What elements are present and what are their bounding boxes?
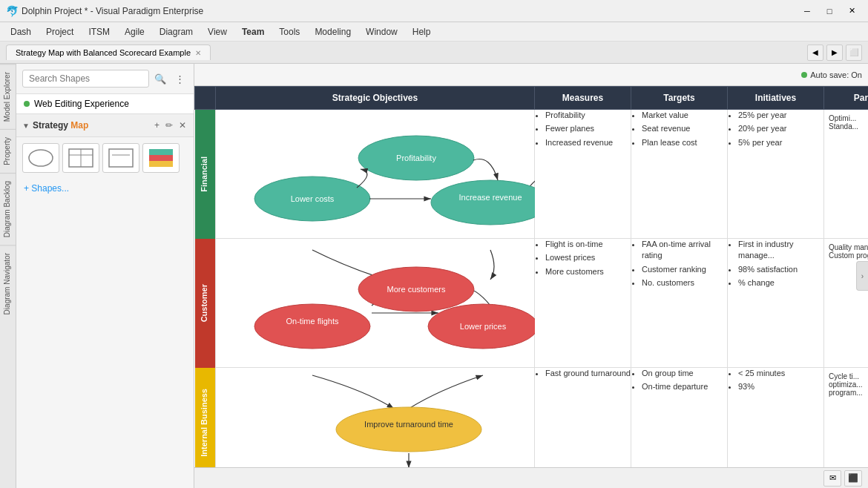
header-spacer — [195, 87, 216, 110]
target-plan-lease: Plan lease cost — [642, 137, 727, 148]
maximize-button[interactable]: □ — [819, 3, 840, 19]
measure-fewer-planes: Fewer planes — [545, 123, 631, 134]
internal-label-cell: Internal Business — [195, 368, 216, 468]
diagram-backlog-tab[interactable]: Diagram Backlog — [0, 173, 16, 245]
initiative-5pct: 5% per year — [738, 137, 823, 148]
model-explorer-tab[interactable]: Model Explorer — [0, 64, 16, 129]
strategy-map-section-header: ▼ Strategy Map + ✏ ✕ — [16, 114, 194, 137]
svg-point-24 — [336, 407, 481, 452]
tab-forward-button[interactable]: ▶ — [826, 44, 843, 61]
internal-svg: Improve turnaround time — [216, 368, 535, 467]
customer-row: Customer — [195, 239, 869, 368]
internal-row: Internal Business — [195, 368, 869, 468]
tabbar: Strategy Map with Balanced Scorecard Exa… — [0, 42, 868, 64]
mail-button[interactable]: ✉ — [823, 470, 841, 487]
target-customer-ranking: Customer ranking — [642, 264, 727, 275]
target-no-customers: No. customers — [642, 277, 727, 288]
measure-increased-revenue: Increased revenue — [545, 137, 631, 148]
customer-svg: More customers On-time flights Lower pri… — [216, 239, 535, 365]
text-shape-thumb[interactable] — [102, 143, 139, 173]
expand-icon[interactable]: ▼ — [22, 122, 30, 130]
customer-label: Customer — [197, 277, 211, 329]
right-collapse-button[interactable]: › — [856, 261, 868, 291]
header-strategic-objectives: Strategic Objectives — [216, 87, 535, 110]
menu-team[interactable]: Team — [234, 24, 272, 39]
search-button[interactable]: 🔍 — [152, 70, 168, 87]
property-tab[interactable]: Property — [0, 129, 16, 173]
tab-back-button[interactable]: ◀ — [807, 44, 823, 61]
target-on-group-time: On group time — [642, 368, 727, 379]
internal-measures: Fast ground turnaround — [535, 368, 631, 468]
initiative-25pct: 25% per year — [738, 110, 823, 121]
minimize-button[interactable]: ─ — [797, 3, 818, 19]
search-bar: 🔍 ⋮ — [16, 64, 194, 94]
financial-label: Financial — [197, 149, 211, 200]
table-shape-thumb[interactable] — [62, 143, 99, 173]
add-shape-button[interactable]: + — [153, 119, 161, 132]
part-standa: Standa... — [829, 122, 868, 131]
main-layout: Model Explorer Property Diagram Backlog … — [0, 64, 868, 488]
edit-shape-button[interactable]: ✏ — [164, 119, 174, 132]
internal-diagram-cell: Improve turnaround time — [216, 368, 535, 468]
menu-diagram[interactable]: Diagram — [152, 24, 200, 39]
financial-label-cell: Financial — [195, 110, 216, 239]
search-input[interactable] — [22, 70, 149, 88]
section-title: Strategy Map — [33, 120, 88, 131]
financial-row: Financial — [195, 110, 869, 239]
tab-close-button[interactable]: ✕ — [195, 49, 201, 57]
titlebar: 🐬 Dolphin Project * - Visual Paradigm En… — [0, 0, 868, 22]
sidebar-tabs: Model Explorer Property Diagram Backlog … — [0, 64, 16, 488]
menu-project[interactable]: Project — [39, 24, 81, 39]
canvas-area: Auto save: On Strategic Objectives — [194, 64, 868, 488]
menu-modeling[interactable]: Modeling — [307, 24, 358, 39]
measure-flight-ontime: Flight is on-time — [545, 239, 631, 250]
close-shape-button[interactable]: ✕ — [177, 119, 188, 132]
canvas-toolbar: Auto save: On — [194, 64, 868, 86]
menu-dash[interactable]: Dash — [3, 24, 39, 39]
menu-view[interactable]: View — [200, 24, 234, 39]
menu-help[interactable]: Help — [405, 24, 438, 39]
tab-window-button[interactable]: ⬜ — [846, 44, 862, 61]
app-icon: 🐬 — [6, 5, 19, 17]
header-targets: Targets — [631, 87, 728, 110]
initiative-93pct: 93% — [738, 381, 823, 392]
document-tab[interactable]: Strategy Map with Balanced Scorecard Exa… — [6, 44, 211, 60]
svg-text:Lower costs: Lower costs — [291, 194, 335, 203]
autosave-status: Auto save: On — [801, 70, 862, 79]
customer-measures: Flight is on-time Lowest prices More cus… — [535, 239, 631, 368]
customer-initiatives: First in industry manage... 98% satisfac… — [728, 239, 824, 368]
initiative-20pct: 20% per year — [738, 123, 823, 134]
section-header-actions: + ✏ ✕ — [153, 119, 188, 132]
financial-measures: Profitability Fewer planes Increased rev… — [535, 110, 631, 239]
part-optimi: Optimi... — [829, 114, 868, 122]
measure-more-customers: More customers — [545, 266, 631, 277]
part-quality: Quality manage... — [829, 243, 868, 251]
more-options-button[interactable]: ⋮ — [171, 70, 188, 87]
header-par: Par — [824, 87, 869, 110]
tab-label: Strategy Map with Balanced Scorecard Exa… — [16, 48, 191, 57]
color-table-shape-thumb[interactable] — [142, 143, 180, 173]
export-button[interactable]: ⬛ — [844, 470, 862, 487]
svg-text:Lower prices: Lower prices — [460, 322, 507, 331]
menu-window[interactable]: Window — [358, 24, 405, 39]
svg-point-14 — [431, 180, 535, 225]
svg-rect-8 — [149, 161, 173, 167]
close-button[interactable]: ✕ — [841, 3, 862, 19]
svg-text:Increase revenue: Increase revenue — [459, 193, 522, 202]
tab-nav-buttons: ◀ ▶ ⬜ — [807, 44, 862, 61]
ellipse-shape-thumb[interactable] — [22, 143, 59, 173]
web-editing-label: Web Editing Experience — [34, 99, 129, 109]
menu-agile[interactable]: Agile — [117, 24, 152, 39]
menu-itsm[interactable]: ITSM — [81, 24, 117, 39]
web-editing-tab[interactable]: Web Editing Experience — [16, 94, 194, 114]
diagram-container[interactable]: Strategic Objectives Measures Targets In… — [194, 86, 868, 467]
diagram-navigator-tab[interactable]: Diagram Navigator — [0, 245, 16, 322]
svg-point-19 — [254, 304, 370, 349]
target-seat-revenue: Seat revenue — [642, 123, 727, 134]
add-shapes-button[interactable]: + Shapes... — [16, 179, 76, 198]
menu-tools[interactable]: Tools — [272, 24, 307, 39]
bottom-toolbar: ✉ ⬛ — [194, 467, 868, 488]
menubar: Dash Project ITSM Agile Diagram View Tea… — [0, 22, 868, 42]
svg-rect-7 — [149, 155, 173, 161]
strategy-table: Strategic Objectives Measures Targets In… — [194, 86, 868, 467]
